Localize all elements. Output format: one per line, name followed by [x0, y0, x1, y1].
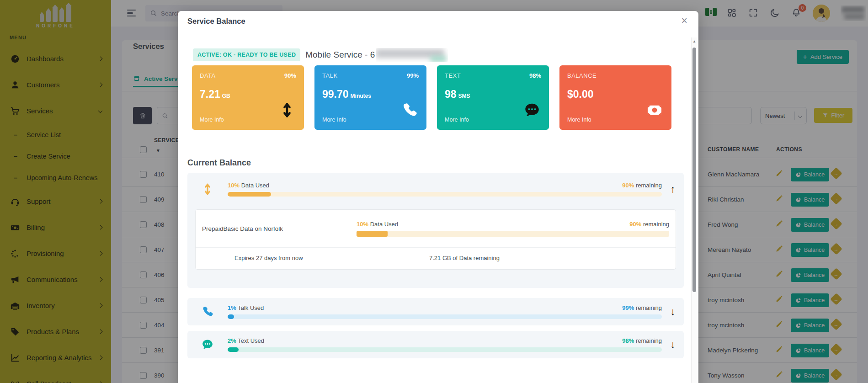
- balance-card: BALANCE $0.00 More Info: [559, 65, 671, 130]
- used-label: Text Used: [238, 337, 264, 344]
- card-value: $0.00: [567, 88, 594, 100]
- chat-bubble-icon: [201, 338, 214, 351]
- redacted-service-number: [376, 48, 448, 62]
- data-usage-panel: 10% Data Used 90% remaining ↑ PrepaidBas…: [187, 173, 684, 288]
- service-title: Mobile Service - 6: [305, 50, 375, 60]
- arrows-vertical-icon: [278, 101, 296, 119]
- remaining-label: remaining: [636, 337, 662, 344]
- arrows-vertical-icon: [201, 182, 214, 196]
- card-label: DATA: [200, 72, 216, 79]
- card-label: TALK: [322, 72, 338, 79]
- more-info-link[interactable]: More Info: [445, 117, 469, 123]
- money-icon: [646, 101, 663, 119]
- text-usage-card: TEXT98% 98SMS More Info: [437, 65, 549, 130]
- current-balance-heading: Current Balance: [187, 158, 251, 168]
- used-percent: 10%: [228, 182, 240, 189]
- talk-usage-summary-row[interactable]: 1% Talk Used 99% remaining ↓: [187, 298, 684, 325]
- card-value: 7.21: [200, 88, 220, 100]
- modal-title: Service Balance: [187, 17, 245, 26]
- talk-progress-bar: [228, 314, 662, 319]
- text-usage-panel: 2% Text Used 98% remaining ↓: [187, 331, 684, 358]
- data-usage-summary-row[interactable]: 10% Data Used 90% remaining ↑: [187, 173, 684, 206]
- remaining-label: remaining: [636, 182, 662, 189]
- text-progress-bar: [228, 347, 662, 352]
- scrollbar-up-arrow-icon[interactable]: ▲: [692, 39, 696, 43]
- data-usage-card: DATA90% 7.21GB More Info: [192, 65, 304, 130]
- data-progress-bar: [228, 192, 662, 197]
- remaining-label: remaining: [636, 304, 662, 311]
- card-label: TEXT: [445, 72, 461, 79]
- close-icon[interactable]: ×: [682, 16, 687, 26]
- plan-expiry: Expires 27 days from now: [234, 255, 303, 261]
- plan-name: PrepaidBasic Data on Norfolk: [196, 225, 357, 232]
- used-percent: 10%: [357, 221, 368, 228]
- card-value: 98: [445, 88, 457, 100]
- card-percent: 98%: [529, 72, 541, 79]
- remaining-percent: 90%: [629, 221, 641, 228]
- more-info-link[interactable]: More Info: [200, 117, 224, 123]
- remaining-percent: 99%: [622, 304, 634, 311]
- collapse-arrow-icon[interactable]: ↑: [662, 183, 684, 195]
- chat-bubble-icon: [523, 101, 541, 119]
- more-info-link[interactable]: More Info: [322, 117, 346, 123]
- more-info-link[interactable]: More Info: [567, 117, 591, 123]
- remaining-label: remaining: [643, 221, 669, 228]
- modal-scrollbar[interactable]: ▲: [691, 37, 697, 383]
- expand-arrow-icon[interactable]: ↓: [662, 306, 684, 318]
- divider: [187, 152, 689, 152]
- scrollbar-thumb[interactable]: [692, 48, 696, 292]
- talk-usage-card: TALK99% 99.70Minutes More Info: [314, 65, 426, 130]
- card-percent: 90%: [284, 72, 296, 79]
- card-unit: SMS: [458, 93, 470, 99]
- expand-arrow-icon[interactable]: ↓: [662, 339, 684, 351]
- remaining-percent: 90%: [622, 182, 634, 189]
- card-label: BALANCE: [567, 72, 596, 79]
- data-plan-detail-card: PrepaidBasic Data on Norfolk 10% Data Us…: [195, 209, 676, 270]
- used-percent: 1%: [228, 304, 236, 311]
- text-usage-summary-row[interactable]: 2% Text Used 98% remaining ↓: [187, 331, 684, 358]
- plan-progress-bar: [357, 231, 669, 237]
- used-percent: 2%: [228, 337, 236, 344]
- service-balance-modal: Service Balance × ACTIVE: OK - READY TO …: [178, 11, 698, 383]
- status-badge: ACTIVE: OK - READY TO BE USED: [193, 48, 300, 61]
- used-label: Talk Used: [238, 304, 264, 311]
- used-label: Data Used: [370, 221, 398, 228]
- phone-icon: [201, 305, 214, 318]
- card-value: 99.70: [322, 88, 349, 100]
- card-unit: GB: [222, 93, 230, 99]
- card-percent: 99%: [407, 72, 419, 79]
- phone-icon: [401, 101, 418, 119]
- used-label: Data Used: [241, 182, 269, 189]
- plan-remaining: 7.21 GB of Data remaining: [429, 255, 500, 261]
- talk-usage-panel: 1% Talk Used 99% remaining ↓: [187, 298, 684, 325]
- card-unit: Minutes: [351, 93, 371, 99]
- remaining-percent: 98%: [622, 337, 634, 344]
